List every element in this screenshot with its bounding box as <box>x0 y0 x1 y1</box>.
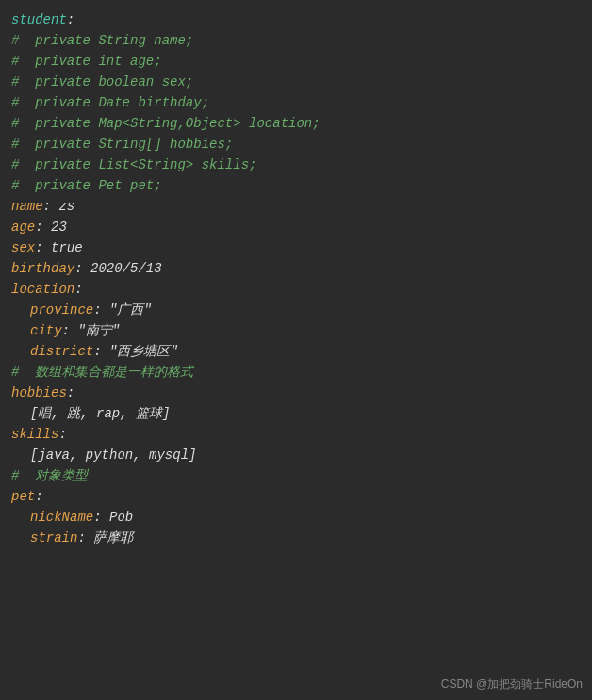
line-name: name: zs <box>11 196 581 217</box>
line-nickname: nickName: Pob <box>11 507 581 528</box>
line-comment-6: # private String[] hobbies; <box>11 134 581 155</box>
line-hobbies: hobbies: <box>11 383 581 403</box>
line-district: district: "西乡塘区" <box>11 341 581 362</box>
line-skills-value: [java, python, mysql] <box>11 445 581 465</box>
line-comment-2: # private int age; <box>11 51 581 72</box>
line-location: location: <box>11 279 581 300</box>
line-comment-3: # private boolean sex; <box>11 72 581 92</box>
key-sex: sex <box>11 240 35 255</box>
line-province: province: "广西" <box>11 300 581 320</box>
line-comment-object: # 对象类型 <box>11 465 581 486</box>
code-container: student: # private String name; # privat… <box>0 0 592 700</box>
key-location: location <box>11 282 74 297</box>
line-comment-1: # private String name; <box>11 30 581 51</box>
line-comment-5: # private Map<String,Object> location; <box>11 113 581 134</box>
key-student: student <box>11 12 67 27</box>
line-skills: skills: <box>11 424 581 445</box>
key-strain: strain <box>30 530 77 545</box>
key-pet: pet <box>11 489 35 504</box>
line-comment-arrays: # 数组和集合都是一样的格式 <box>11 362 581 383</box>
key-skills: skills <box>11 427 58 442</box>
key-hobbies: hobbies <box>11 385 67 400</box>
line-comment-7: # private List<String> skills; <box>11 155 581 175</box>
key-district: district <box>30 344 93 359</box>
line-student: student: <box>11 9 581 30</box>
line-comment-8: # private Pet pet; <box>11 175 581 196</box>
line-comment-4: # private Date birthday; <box>11 92 581 113</box>
line-sex: sex: true <box>11 237 581 258</box>
line-strain: strain: 萨摩耶 <box>11 528 581 548</box>
key-nickname: nickName <box>30 510 93 525</box>
line-birthday: birthday: 2020/5/13 <box>11 258 581 279</box>
line-age: age: 23 <box>11 217 581 237</box>
key-province: province <box>30 302 93 317</box>
line-city: city: "南宁" <box>11 320 581 341</box>
key-city: city <box>30 323 62 338</box>
key-name: name <box>11 199 43 214</box>
line-hobbies-value: [唱, 跳, rap, 篮球] <box>11 403 581 424</box>
line-pet: pet: <box>11 486 581 507</box>
key-age: age <box>11 220 35 235</box>
watermark: CSDN @加把劲骑士RideOn <box>441 676 583 692</box>
key-birthday: birthday <box>11 261 74 276</box>
